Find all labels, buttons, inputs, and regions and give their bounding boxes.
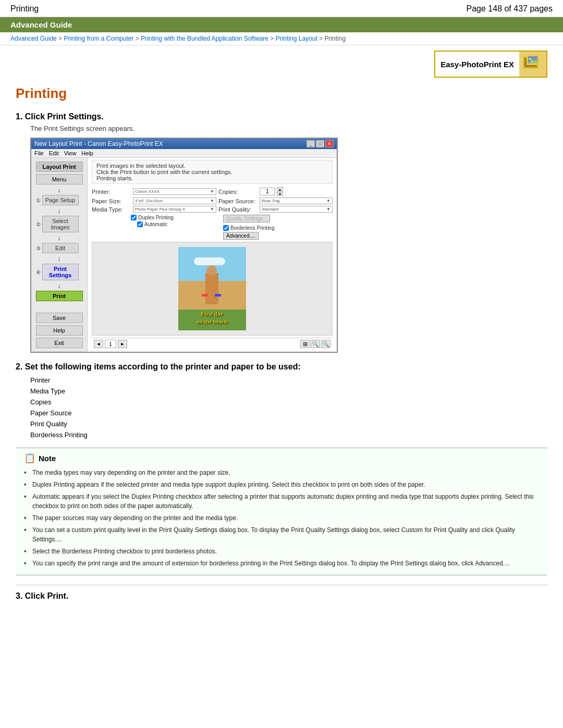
zoom-controls: ⊞ 🔍 🔍	[300, 340, 331, 348]
note-item-7: You can specify the print range and the …	[24, 559, 539, 568]
app-sidebar: Layout Print Menu ↓ ① Page Setup ↓ ② Sel…	[31, 158, 88, 352]
borderless-checkbox[interactable]	[223, 225, 229, 231]
step-num-2: ②	[36, 221, 41, 227]
duplex-label: Duplex Printing	[138, 215, 174, 220]
svg-rect-13	[215, 294, 221, 297]
logo-area: Easy-PhotoPrint EX	[0, 45, 563, 80]
preview-caption: First day on the beach	[197, 310, 227, 325]
menu-help[interactable]: Help	[81, 150, 93, 156]
sidebar-print-settings-button[interactable]: Print Settings	[42, 264, 79, 280]
borderless-checkbox-row: Borderless Printing	[223, 225, 333, 231]
app-preview: First day on the beach	[92, 242, 333, 336]
paper-source-label: Paper Source:	[218, 198, 258, 204]
paper-size-select[interactable]: 4"x6" 10x15cm▼	[133, 198, 216, 204]
print-quality-row: Standard▼	[260, 206, 333, 213]
minimize-button[interactable]: _	[307, 140, 315, 147]
copies-up-button[interactable]: ▲	[277, 187, 283, 191]
page-info: Page 148 of 437 pages	[467, 4, 553, 14]
logo-icon	[519, 52, 546, 77]
copies-down-button[interactable]: ▼	[277, 192, 283, 196]
copies-control: 1 ▲ ▼	[260, 187, 333, 196]
sidebar-page-setup-button[interactable]: Page Setup	[42, 195, 79, 205]
menu-edit[interactable]: Edit	[49, 150, 59, 156]
sidebar-layout-print-label: Layout Print	[36, 162, 83, 172]
zoom-in-button[interactable]: 🔍	[311, 340, 320, 348]
sidebar-arrow-2: ↓	[57, 207, 61, 214]
automatic-checkbox-row: Automatic	[137, 221, 217, 227]
page-title: Printing	[16, 85, 547, 102]
menu-file[interactable]: File	[34, 150, 44, 156]
borderless-label: Borderless Printing	[230, 225, 274, 231]
logo-text: Easy-PhotoPrint EX	[435, 58, 519, 71]
note-header: 📋 Note	[24, 452, 539, 464]
banner-label: Advanced Guide	[10, 20, 72, 29]
list-item-printer: Printer	[30, 375, 547, 386]
info-line-1: Print images in the selected layout.	[96, 163, 328, 169]
divider	[16, 585, 547, 585]
nav-page-display: 1	[105, 340, 116, 348]
copies-input[interactable]: 1	[260, 188, 275, 195]
zoom-fit-button[interactable]: ⊞	[300, 340, 310, 348]
nav-prev-button[interactable]: ◄	[94, 340, 103, 348]
duplex-checkbox[interactable]	[131, 215, 137, 220]
printer-label: Printer:	[92, 189, 131, 195]
automatic-checkbox[interactable]	[137, 221, 143, 227]
breadcrumb-link-printing-layout[interactable]: Printing Layout	[276, 35, 317, 42]
duplex-checkbox-row: Duplex Printing	[131, 215, 217, 220]
svg-rect-12	[202, 294, 208, 297]
advanced-button[interactable]: Advanced....	[223, 232, 259, 240]
header-title: Printing	[10, 4, 39, 14]
sidebar-exit-button[interactable]: Exit	[36, 338, 83, 348]
media-type-select[interactable]: Photo Paper Plus Glossy II▼	[133, 206, 216, 213]
list-item-media-type: Media Type	[30, 386, 547, 397]
sidebar-step-2: ② Select Images	[36, 215, 83, 233]
print-quality-label: Print Quality:	[218, 206, 258, 213]
printer-select[interactable]: Canon XXXX▼	[133, 188, 216, 195]
note-icon: 📋	[24, 452, 35, 464]
sidebar-help-button[interactable]: Help	[36, 325, 83, 336]
media-type-label: Media Type:	[92, 206, 131, 213]
step-num-1: ①	[36, 198, 41, 203]
sidebar-arrow-4: ↓	[57, 255, 61, 262]
app-info-bar: Print images in the selected layout. Cli…	[92, 160, 333, 184]
sidebar-arrow-5: ↓	[57, 282, 61, 289]
print-quality-select[interactable]: Standard▼	[260, 206, 333, 213]
zoom-out-button[interactable]: 🔍	[321, 340, 331, 348]
sidebar-step-4: ④ Print Settings	[36, 263, 83, 281]
settings-grid: Printer: Canon XXXX▼ Copies: 1 ▲ ▼	[92, 187, 333, 213]
sidebar-select-images-button[interactable]: Select Images	[42, 216, 79, 232]
quality-settings-button[interactable]: Quality Settings...	[223, 215, 270, 223]
step-2-number: 2.	[16, 362, 25, 371]
step-num-4: ④	[36, 269, 41, 275]
media-type-value: Photo Paper Plus Glossy II	[135, 207, 185, 212]
paper-source-select[interactable]: Rear Tray▼	[260, 198, 333, 204]
step2-items-list: Printer Media Type Copies Paper Source P…	[30, 375, 547, 440]
breadcrumb-link-bundled-software[interactable]: Printing with the Bundled Application So…	[141, 35, 268, 42]
sidebar-step-3: ③ Edit	[36, 242, 83, 254]
close-button[interactable]: ✕	[325, 140, 334, 147]
breadcrumb-link-printing-from-computer[interactable]: Printing from a Computer	[64, 35, 133, 42]
sidebar-print-button[interactable]: Print	[36, 291, 83, 301]
note-item-2: Duplex Printing appears if the selected …	[24, 480, 539, 489]
paper-size-label: Paper Size:	[92, 198, 131, 204]
step-1-number: 1.	[16, 112, 25, 121]
sidebar-save-button[interactable]: Save	[36, 313, 83, 323]
logo-box: Easy-PhotoPrint EX	[434, 51, 547, 78]
restore-button[interactable]: □	[316, 140, 324, 147]
app-titlebar: New Layout Print - Canon Easy-PhotoPrint…	[31, 139, 337, 149]
breadcrumb-link-advanced-guide[interactable]: Advanced Guide	[10, 35, 57, 42]
app-nav-bar: ◄ 1 ► ⊞ 🔍 🔍	[92, 338, 333, 350]
main-content: Printing 1. Click Print Settings. The Pr…	[0, 80, 563, 626]
sidebar-menu-button[interactable]: Menu	[36, 174, 83, 184]
svg-rect-10	[205, 273, 218, 304]
note-item-1: The media types may vary depending on th…	[24, 468, 539, 477]
menu-view[interactable]: View	[64, 150, 77, 156]
paper-size-value: 4"x6" 10x15cm	[135, 199, 163, 203]
step-2: 2. Set the following items according to …	[16, 362, 547, 575]
nav-next-button[interactable]: ►	[118, 340, 127, 348]
copies-label: Copies:	[218, 189, 258, 195]
note-item-4: The paper sources may vary depending on …	[24, 513, 539, 523]
titlebar-controls: _ □ ✕	[307, 140, 334, 147]
svg-point-5	[529, 58, 531, 60]
sidebar-edit-button[interactable]: Edit	[42, 243, 79, 253]
